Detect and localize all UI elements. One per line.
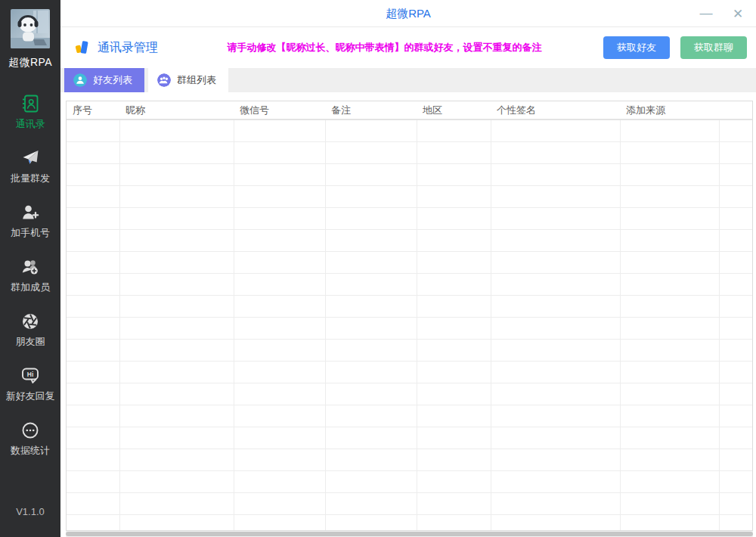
- col-header-source[interactable]: 添加来源: [620, 101, 719, 120]
- warning-text: 请手动修改【昵称过长、昵称中带表情】的群或好友，设置不重复的备注: [158, 41, 603, 54]
- table-row: [67, 427, 753, 449]
- table-cell: [417, 492, 491, 514]
- table-cell: [417, 185, 491, 207]
- table-cell: [67, 427, 119, 449]
- table-cell: [620, 317, 719, 339]
- table-cell: [620, 120, 719, 141]
- table-cell: [67, 339, 119, 361]
- table-cell: [234, 120, 325, 141]
- sidebar-item-label: 数据统计: [11, 444, 50, 458]
- sidebar-item-new-friend-reply[interactable]: Hi 新好友回复: [0, 366, 60, 421]
- table-cell: [325, 492, 417, 514]
- table-cell: [417, 427, 491, 449]
- col-header-region[interactable]: 地区: [417, 101, 491, 120]
- sidebar-item-batch-send[interactable]: 批量群发: [0, 148, 60, 203]
- table-cell: [491, 207, 620, 229]
- app-name: 超微RPA: [8, 56, 52, 70]
- tab-group-list[interactable]: 群组列表: [148, 68, 228, 92]
- table-cell: [620, 470, 719, 492]
- table-cell: [719, 427, 753, 449]
- table-cell: [491, 317, 620, 339]
- table-cell: [234, 251, 325, 273]
- table-cell: [67, 141, 119, 163]
- table-cell: [491, 405, 620, 427]
- sidebar-item-contacts[interactable]: 通讯录: [0, 94, 60, 148]
- table-cell: [67, 317, 119, 339]
- table-cell: [491, 514, 620, 531]
- table-cell: [491, 251, 620, 273]
- table-cell: [719, 470, 753, 492]
- horizontal-scrollbar-thumb[interactable]: [66, 532, 753, 536]
- table-cell: [67, 120, 119, 141]
- table-cell: [234, 470, 325, 492]
- table-cell: [119, 163, 234, 185]
- table-cell: [417, 295, 491, 317]
- col-header-nickname[interactable]: 昵称: [119, 101, 234, 120]
- horizontal-scrollbar: [66, 531, 753, 537]
- table-cell: [67, 470, 119, 492]
- table-cell: [325, 185, 417, 207]
- table-cell: [67, 273, 119, 295]
- table-cell: [119, 229, 234, 251]
- table-cell: [67, 361, 119, 383]
- table-cell: [119, 361, 234, 383]
- col-header-remark[interactable]: 备注: [325, 101, 417, 120]
- hi-bubble-icon: Hi: [20, 366, 40, 386]
- sidebar-item-statistics[interactable]: 数据统计: [0, 421, 60, 475]
- table-cell: [325, 207, 417, 229]
- col-header-signature[interactable]: 个性签名: [491, 101, 620, 120]
- table-cell: [234, 317, 325, 339]
- table-cell: [325, 470, 417, 492]
- table-cell: [325, 295, 417, 317]
- table-cell: [491, 141, 620, 163]
- table-cell: [417, 229, 491, 251]
- table-cell: [325, 141, 417, 163]
- table-cell: [491, 295, 620, 317]
- get-groups-button[interactable]: 获取群聊: [680, 36, 747, 59]
- table-cell: [491, 427, 620, 449]
- sidebar-item-moments[interactable]: 朋友圈: [0, 312, 60, 366]
- table-cell: [325, 427, 417, 449]
- table-cell: [119, 427, 234, 449]
- table-row: [67, 449, 753, 470]
- table-cell: [719, 339, 753, 361]
- table-row: [67, 492, 753, 514]
- sidebar-item-group-add-member[interactable]: 群加成员: [0, 257, 60, 312]
- table-cell: [620, 229, 719, 251]
- header-buttons: 获取好友 获取群聊: [603, 36, 747, 59]
- table-cell: [119, 185, 234, 207]
- sidebar-item-add-phone[interactable]: 加手机号: [0, 203, 60, 257]
- group-add-icon: [20, 257, 40, 277]
- table-body: [67, 120, 753, 531]
- table-cell: [325, 449, 417, 470]
- table-cell: [719, 273, 753, 295]
- table-cell: [234, 207, 325, 229]
- group-tab-icon: [157, 73, 171, 87]
- minimize-button[interactable]: —: [696, 3, 717, 24]
- table-cell: [620, 339, 719, 361]
- table-cell: [119, 514, 234, 531]
- close-button[interactable]: ✕: [727, 3, 748, 24]
- table-cell: [325, 251, 417, 273]
- get-friends-button[interactable]: 获取好友: [603, 36, 670, 59]
- sidebar: 超微RPA 通讯录: [0, 0, 60, 537]
- table-cell: [67, 514, 119, 531]
- table-cell: [234, 295, 325, 317]
- col-header-wechat-id[interactable]: 微信号: [234, 101, 325, 120]
- table-row: [67, 470, 753, 492]
- app-version: V1.1.0: [0, 506, 60, 517]
- table-cell: [620, 449, 719, 470]
- table-cell: [620, 185, 719, 207]
- table-cell: [67, 163, 119, 185]
- window-controls: — ✕: [696, 0, 748, 27]
- table-cell: [67, 295, 119, 317]
- table-cell: [719, 295, 753, 317]
- robot-logo-icon: [11, 9, 50, 48]
- tab-friend-list[interactable]: 好友列表: [64, 68, 144, 92]
- col-header-seq[interactable]: 序号: [67, 101, 119, 120]
- table-cell: [719, 185, 753, 207]
- table-cell: [119, 251, 234, 273]
- table-cell: [119, 383, 234, 405]
- table-row: [67, 229, 753, 251]
- sidebar-item-label: 朋友圈: [16, 335, 45, 349]
